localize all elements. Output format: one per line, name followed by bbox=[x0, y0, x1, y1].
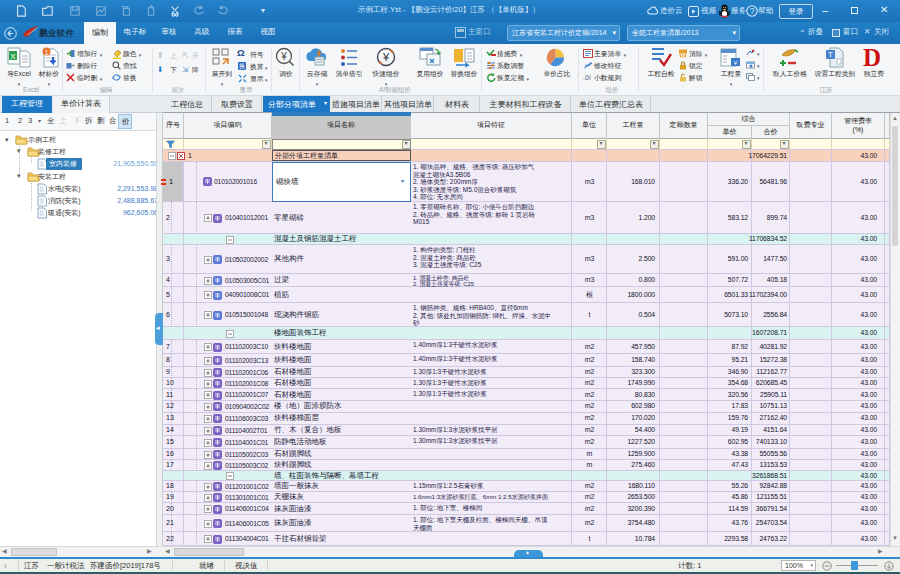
svg-text:X: X bbox=[10, 52, 16, 61]
svg-text:1: 1 bbox=[45, 49, 49, 56]
svg-text:¥: ¥ bbox=[280, 51, 287, 62]
svg-text:T: T bbox=[828, 50, 833, 59]
svg-text:?: ? bbox=[750, 6, 755, 16]
svg-text:.0: .0 bbox=[583, 74, 589, 81]
svg-text:¥: ¥ bbox=[382, 51, 390, 63]
